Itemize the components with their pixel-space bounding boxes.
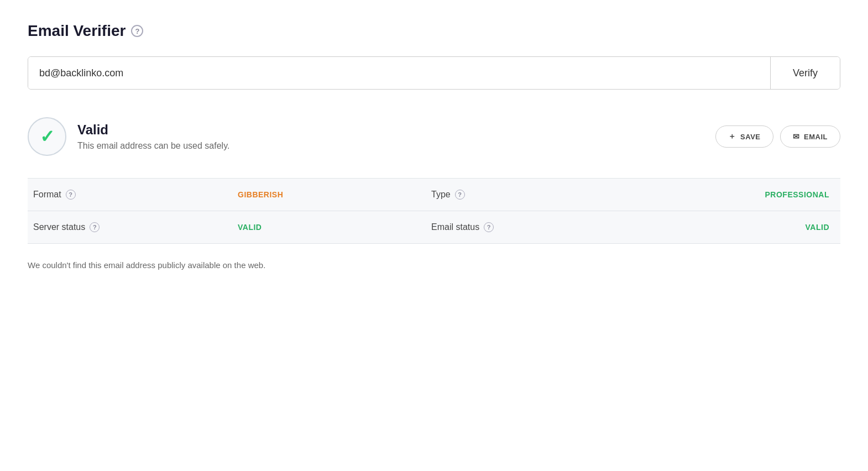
verify-button-wrapper: Verify — [770, 57, 840, 89]
type-value-cell: PROFESSIONAL — [625, 190, 835, 200]
info-table: Format ? GIBBERISH Type ? PROFESSIONAL S… — [28, 178, 840, 244]
server-status-help-icon[interactable]: ? — [90, 222, 100, 232]
type-value: PROFESSIONAL — [765, 190, 829, 199]
email-status-help-icon[interactable]: ? — [484, 222, 494, 232]
server-status-label-cell: Server status ? — [33, 222, 227, 232]
format-help-icon[interactable]: ? — [66, 190, 76, 200]
checkmark-icon: ✓ — [40, 126, 55, 147]
table-row-format-type: Format ? GIBBERISH Type ? PROFESSIONAL — [28, 179, 840, 211]
email-status-label: Email status — [431, 222, 479, 232]
type-help-icon[interactable]: ? — [455, 190, 465, 200]
result-description: This email address can be used safely. — [77, 141, 715, 151]
server-status-value: VALID — [238, 223, 262, 232]
type-label-cell: Type ? — [431, 190, 625, 200]
result-title: Valid — [77, 122, 715, 138]
format-label-cell: Format ? — [33, 190, 227, 200]
format-value: GIBBERISH — [238, 190, 283, 199]
plus-icon: ＋ — [728, 132, 736, 142]
page-header: Email Verifier ? — [28, 22, 840, 40]
verify-button[interactable]: Verify — [771, 57, 840, 89]
email-input-container: Verify — [28, 56, 840, 90]
header-help-icon[interactable]: ? — [131, 25, 143, 37]
email-status-label-cell: Email status ? — [431, 222, 625, 232]
action-buttons: ＋ SAVE ✉ EMAIL — [715, 125, 840, 148]
format-label: Format — [33, 190, 61, 200]
email-label: EMAIL — [804, 133, 828, 141]
result-section: ✓ Valid This email address can be used s… — [28, 106, 840, 172]
footer-note: We couldn't find this email address publ… — [28, 260, 840, 270]
email-status-value: VALID — [806, 223, 829, 232]
email-status-value-cell: VALID — [625, 222, 835, 232]
format-value-cell: GIBBERISH — [227, 190, 431, 200]
result-text: Valid This email address can be used saf… — [77, 122, 715, 151]
type-label: Type — [431, 190, 451, 200]
save-label: SAVE — [740, 133, 760, 141]
valid-status-circle: ✓ — [28, 117, 66, 156]
server-status-label: Server status — [33, 222, 85, 232]
save-button[interactable]: ＋ SAVE — [715, 125, 773, 148]
server-status-value-cell: VALID — [227, 222, 431, 232]
envelope-icon: ✉ — [793, 132, 800, 141]
email-input[interactable] — [28, 57, 770, 89]
page-title: Email Verifier — [28, 22, 126, 40]
table-row-server-email: Server status ? VALID Email status ? VAL… — [28, 211, 840, 244]
email-button[interactable]: ✉ EMAIL — [780, 125, 840, 148]
